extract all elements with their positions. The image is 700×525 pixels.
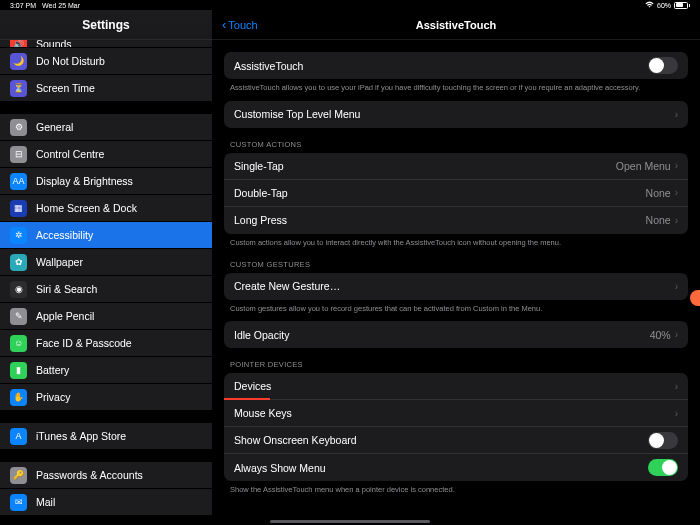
sidebar-item-label: Home Screen & Dock (36, 202, 137, 214)
face-id-passcode-icon: ☺ (10, 335, 27, 352)
custom-gestures-head: CUSTOM GESTURES (224, 260, 688, 273)
customise-top-level-menu[interactable]: Customise Top Level Menu › (224, 101, 688, 128)
onscreen-kb-toggle[interactable] (648, 432, 678, 449)
battery-icon: ▮ (10, 362, 27, 379)
assistivetouch-floating-icon[interactable] (690, 290, 700, 306)
sidebar-item-display-brightness[interactable]: AADisplay & Brightness (0, 168, 212, 195)
pointer-foot: Show the AssistiveTouch menu when a poin… (224, 481, 688, 495)
screen-time-icon: ⏳ (10, 80, 27, 97)
siri-search-icon: ◉ (10, 281, 27, 298)
settings-sidebar[interactable]: Settings 🔊Sounds🌙Do Not Disturb⏳Screen T… (0, 10, 212, 525)
mouse-keys-row[interactable]: Mouse Keys › (224, 400, 688, 427)
sidebar-title: Settings (82, 18, 129, 32)
assistivetouch-toggle[interactable] (648, 57, 678, 74)
sidebar-item-label: Wallpaper (36, 256, 83, 268)
idle-opacity-value: 40% (650, 329, 671, 341)
chevron-right-icon: › (675, 109, 678, 120)
chevron-right-icon: › (675, 329, 678, 340)
sidebar-item-label: Siri & Search (36, 283, 97, 295)
sidebar-item-apple-pencil[interactable]: ✎Apple Pencil (0, 303, 212, 330)
onscreen-keyboard-row[interactable]: Show Onscreen Keyboard (224, 427, 688, 454)
sidebar-item-label: Apple Pencil (36, 310, 94, 322)
custom-gestures-foot: Custom gestures allow you to record gest… (224, 300, 688, 314)
double-tap-label: Double-Tap (234, 187, 646, 199)
sidebar-item-label: Sounds (36, 40, 72, 48)
sidebar-item-screen-time[interactable]: ⏳Screen Time (0, 75, 212, 102)
home-indicator[interactable] (270, 520, 430, 523)
sidebar-item-wallpaper[interactable]: ✿Wallpaper (0, 249, 212, 276)
long-press-row[interactable]: Long Press None › (224, 207, 688, 234)
sidebar-item-label: Screen Time (36, 82, 95, 94)
main-panel[interactable]: ‹ Touch AssistiveTouch AssistiveTouch As… (212, 10, 700, 525)
long-press-label: Long Press (234, 214, 646, 226)
back-button[interactable]: ‹ Touch (222, 18, 258, 31)
highlight-bar (224, 398, 270, 400)
onscreen-kb-label: Show Onscreen Keyboard (234, 434, 648, 446)
sidebar-item-label: Control Centre (36, 148, 104, 160)
sidebar-item-mail[interactable]: ✉Mail (0, 489, 212, 516)
chevron-right-icon: › (675, 160, 678, 171)
devices-label: Devices (234, 380, 675, 392)
passwords-accounts-icon: 🔑 (10, 467, 27, 484)
devices-row[interactable]: Devices › (224, 373, 688, 400)
status-time: 3:07 PM (10, 2, 36, 9)
single-tap-row[interactable]: Single-Tap Open Menu › (224, 153, 688, 180)
assistivetouch-toggle-row[interactable]: AssistiveTouch (224, 52, 688, 79)
sidebar-item-label: Mail (36, 496, 55, 508)
sidebar-item-itunes-app-store[interactable]: AiTunes & App Store (0, 423, 212, 450)
battery-pct: 60% (657, 2, 671, 9)
mouse-keys-label: Mouse Keys (234, 407, 675, 419)
control-centre-icon: ⊟ (10, 146, 27, 163)
status-date: Wed 25 Mar (42, 2, 80, 9)
accessibility-icon: ✲ (10, 227, 27, 244)
sidebar-item-label: Face ID & Passcode (36, 337, 132, 349)
sidebar-item-label: iTunes & App Store (36, 430, 126, 442)
assistivetouch-desc: AssistiveTouch allows you to use your iP… (224, 79, 688, 93)
single-tap-value: Open Menu (616, 160, 671, 172)
status-bar: 3:07 PM Wed 25 Mar 60% (0, 0, 700, 10)
chevron-right-icon: › (675, 215, 678, 226)
page-title: AssistiveTouch (416, 19, 497, 31)
create-gesture-label: Create New Gesture… (234, 280, 675, 292)
sidebar-item-accessibility[interactable]: ✲Accessibility (0, 222, 212, 249)
battery-icon (674, 2, 690, 9)
general-icon: ⚙︎ (10, 119, 27, 136)
sidebar-item-passwords-accounts[interactable]: 🔑Passwords & Accounts (0, 462, 212, 489)
wifi-icon (645, 1, 654, 9)
sidebar-item-battery[interactable]: ▮Battery (0, 357, 212, 384)
privacy-icon: ✋ (10, 389, 27, 406)
sidebar-item-label: Display & Brightness (36, 175, 133, 187)
idle-opacity-row[interactable]: Idle Opacity 40% › (224, 321, 688, 348)
long-press-value: None (646, 214, 671, 226)
sidebar-item-face-id-passcode[interactable]: ☺Face ID & Passcode (0, 330, 212, 357)
itunes-app-store-icon: A (10, 428, 27, 445)
assistivetouch-label: AssistiveTouch (234, 60, 648, 72)
always-menu-toggle[interactable] (648, 459, 678, 476)
sidebar-item-do-not-disturb[interactable]: 🌙Do Not Disturb (0, 48, 212, 75)
sidebar-item-label: Accessibility (36, 229, 93, 241)
sidebar-item-label: Do Not Disturb (36, 55, 105, 67)
sidebar-item-sounds[interactable]: 🔊Sounds (0, 40, 212, 48)
sidebar-item-siri-search[interactable]: ◉Siri & Search (0, 276, 212, 303)
custom-actions-head: CUSTOM ACTIONS (224, 140, 688, 153)
sidebar-item-general[interactable]: ⚙︎General (0, 114, 212, 141)
always-show-menu-row[interactable]: Always Show Menu (224, 454, 688, 481)
sidebar-item-home-screen-dock[interactable]: ▦Home Screen & Dock (0, 195, 212, 222)
always-menu-label: Always Show Menu (234, 462, 648, 474)
single-tap-label: Single-Tap (234, 160, 616, 172)
chevron-right-icon: › (675, 408, 678, 419)
customise-label: Customise Top Level Menu (234, 108, 675, 120)
apple-pencil-icon: ✎ (10, 308, 27, 325)
wallpaper-icon: ✿ (10, 254, 27, 271)
main-header: ‹ Touch AssistiveTouch (212, 10, 700, 40)
display-brightness-icon: AA (10, 173, 27, 190)
sidebar-item-control-centre[interactable]: ⊟Control Centre (0, 141, 212, 168)
create-new-gesture-row[interactable]: Create New Gesture… › (224, 273, 688, 300)
sounds-icon: 🔊 (10, 40, 27, 48)
chevron-right-icon: › (675, 281, 678, 292)
mail-icon: ✉ (10, 494, 27, 511)
double-tap-row[interactable]: Double-Tap None › (224, 180, 688, 207)
do-not-disturb-icon: 🌙 (10, 53, 27, 70)
sidebar-item-privacy[interactable]: ✋Privacy (0, 384, 212, 411)
back-label: Touch (228, 19, 257, 31)
